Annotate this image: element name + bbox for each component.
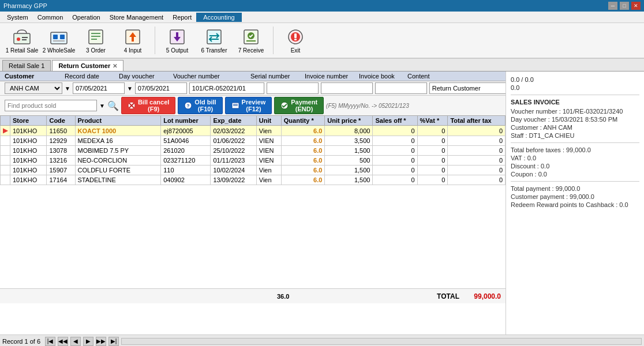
order-button[interactable]: 3 Order [78,25,113,55]
cell-code: 13216 [47,156,75,166]
order-label: 3 Order [86,47,106,54]
menu-accounting[interactable]: Accounting [196,13,241,22]
voucher-number-input[interactable] [189,82,264,94]
toolbar: 1 Retail Sale 2 WholeSale 3 Order 4 Inpu… [0,23,644,59]
horizontal-scrollbar[interactable] [121,338,642,345]
table-row[interactable]: ▶ 101KHO 11650 KOACT 1000 ej8720005 02/0… [1,126,506,136]
right-top-value2: 0.0 [511,84,519,91]
exit-button[interactable]: Exit [278,25,313,55]
find-product-input[interactable] [5,100,97,111]
tab-close-icon[interactable]: ✕ [113,63,117,69]
right-panel: 0.0 / 0.0 0.0 SALES INVOICE Voucher numb… [506,72,644,334]
invoice-number-input[interactable] [321,82,373,94]
exit-label: Exit [291,47,301,54]
vat-info: VAT : 0.0 [511,155,639,161]
table-container[interactable]: Store Code Product Lot number Exp_date U… [0,115,506,288]
record-date-header-label: Record date [65,73,117,80]
table-row[interactable]: 101KHO 17164 STADELTINE 040902 13/09/202… [1,175,506,185]
input-button[interactable]: 4 Input [115,25,150,55]
col-store [1,116,10,126]
col-total-label[interactable]: Total after tax [448,116,506,126]
preview-button[interactable]: Preview(F12) [225,97,272,114]
transfer-button[interactable]: 6 Transfer [197,25,231,55]
search-icon[interactable]: 🔍 [107,100,119,111]
invoice-book-header-label: Invoice book [359,73,405,80]
output-button[interactable]: 5 Output [160,25,194,55]
cell-unit: VIEN [256,136,281,146]
right-top-value1: 0.0 / 0.0 [511,76,534,83]
col-code-label[interactable]: Code [47,116,75,126]
cell-vat: 0 [417,136,448,146]
table-row[interactable]: 101KHO 13078 MOBIMED 7.5 PY 261020 25/10… [1,146,506,156]
col-vat-label[interactable]: %Vat * [417,116,448,126]
receive-button[interactable]: 7 Receive [234,25,268,55]
col-qty-label[interactable]: Quantity * [281,116,325,126]
serial-number-input[interactable] [267,82,319,94]
close-button[interactable]: ✕ [631,2,641,10]
cell-total: 0 [448,146,506,156]
col-exp-label[interactable]: Exp_date [211,116,256,126]
form-header-labels: Customer Record date Day voucher Voucher… [0,72,506,81]
nav-first-button[interactable]: |◀ [45,337,55,346]
invoice-book-input[interactable] [375,82,427,94]
cell-lot: 040902 [161,175,211,185]
cell-salesoff: 0 [373,175,417,185]
cell-price: 1,500 [325,175,373,185]
record-date-input[interactable] [73,82,125,94]
payment-button[interactable]: Payment(END) [274,97,324,114]
menu-common[interactable]: Common [33,13,68,22]
nav-bar: Record 1 of 6 |◀ ◀◀ ◀ ▶ ▶▶ ▶| [0,334,644,346]
payment-icon [280,101,289,110]
col-lot-label[interactable]: Lot number [161,116,211,126]
svg-rect-7 [53,40,65,42]
day-voucher-input[interactable] [135,82,187,94]
cell-code: 15907 [47,166,75,175]
wholesale-button[interactable]: 2 WholeSale [42,25,76,55]
col-salesoff-label[interactable]: Sales off * [373,116,417,126]
cell-unit: Vien [256,166,281,175]
cell-code: 12929 [47,136,75,146]
customer-payment-info: Customer payment : 99,000.0 [511,193,639,200]
menu-store-management[interactable]: Store Management [105,13,169,22]
minimize-button[interactable]: ─ [608,2,617,10]
nav-last-button[interactable]: ▶| [108,337,119,346]
nav-prev-button[interactable]: ◀ [70,337,81,346]
bill-cancel-icon [128,101,136,110]
menu-system[interactable]: System [2,13,33,22]
old-bill-button[interactable]: ? Old bill(F10) [178,97,222,114]
col-product-label[interactable]: Product [75,116,161,126]
customer-select[interactable]: ANH CAM [5,82,62,94]
customer-info: Customer : ANH CAM [511,124,639,131]
cell-vat: 0 [417,156,448,166]
bill-cancel-button[interactable]: Bill cancel(F9) [121,97,175,114]
cell-price: 3,500 [325,136,373,146]
restore-button[interactable]: □ [620,2,629,10]
table-row[interactable]: 101KHO 13216 NEO-CORCLION 023271120 01/1… [1,156,506,166]
tab-retail-sale[interactable]: Retail Sale 1 [2,60,51,71]
cell-store: 101KHO [10,126,47,136]
nav-next-next-button[interactable]: ▶▶ [96,337,106,346]
nav-next-button[interactable]: ▶ [83,337,93,346]
voucher-number-header-label: Voucher number [173,73,248,80]
retail-sale-button[interactable]: 1 Retail Sale [5,25,39,55]
content-input[interactable] [429,82,506,94]
retail-sale-label: 1 Retail Sale [6,47,39,54]
nav-prev-prev-button[interactable]: ◀◀ [58,337,68,346]
col-price-label[interactable]: Unit price * [325,116,373,126]
table-row[interactable]: 101KHO 15907 COLDFLU FORTE 110 10/02/202… [1,166,506,175]
tab-return-customer[interactable]: Return Customer ✕ [52,60,123,71]
table-row[interactable]: 101KHO 12929 MEDEXA 16 51A0046 01/06/202… [1,136,506,146]
data-table: Store Code Product Lot number Exp_date U… [0,115,506,185]
total-row: 36.0 TOTAL 99,000.0 [0,288,506,303]
arrow-cell [1,136,10,146]
menu-operation[interactable]: Operation [68,13,104,22]
cell-price: 8,000 [325,126,373,136]
cell-store: 101KHO [10,136,47,146]
find-row: ▼ 🔍 Bill cancel(F9) ? Old bill(F10) Prev… [0,96,506,115]
col-store-label[interactable]: Store [10,116,47,126]
order-icon [87,28,105,46]
col-unit-label[interactable]: Unit [256,116,281,126]
menu-report[interactable]: Report [168,13,196,22]
separator-2 [273,27,274,54]
right-top-val2: 0.0 [511,84,639,91]
